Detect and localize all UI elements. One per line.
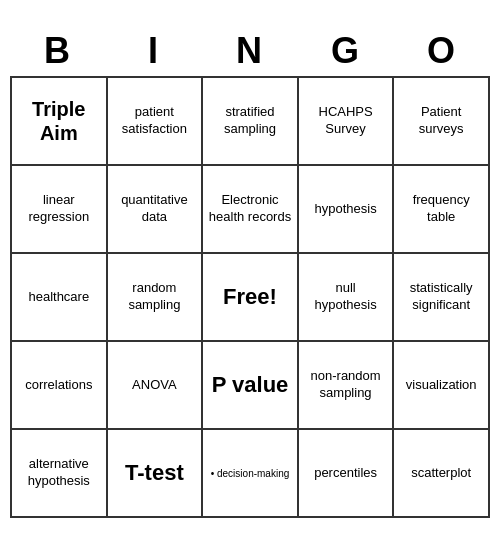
bingo-cell-5[interactable]: linear regression (12, 166, 108, 254)
bingo-header: B I N G O (10, 26, 490, 76)
header-o: O (394, 26, 490, 76)
bingo-cell-10[interactable]: healthcare (12, 254, 108, 342)
bingo-cell-19[interactable]: visualization (394, 342, 490, 430)
bingo-cell-7[interactable]: Electronic health records (203, 166, 299, 254)
bingo-cell-12[interactable]: Free! (203, 254, 299, 342)
bingo-cell-2[interactable]: stratified sampling (203, 78, 299, 166)
bingo-cell-17[interactable]: P value (203, 342, 299, 430)
bingo-cell-23[interactable]: percentiles (299, 430, 395, 518)
bingo-cell-11[interactable]: random sampling (108, 254, 204, 342)
bingo-cell-1[interactable]: patient satisfaction (108, 78, 204, 166)
bingo-cell-8[interactable]: hypothesis (299, 166, 395, 254)
bingo-cell-18[interactable]: non-random sampling (299, 342, 395, 430)
bingo-cell-16[interactable]: ANOVA (108, 342, 204, 430)
bingo-cell-0[interactable]: Triple Aim (12, 78, 108, 166)
header-i: I (106, 26, 202, 76)
header-b: B (10, 26, 106, 76)
bingo-cell-9[interactable]: frequency table (394, 166, 490, 254)
bingo-cell-14[interactable]: statistically significant (394, 254, 490, 342)
header-n: N (202, 26, 298, 76)
bingo-card: B I N G O Triple Aimpatient satisfaction… (10, 26, 490, 518)
bingo-cell-20[interactable]: alternative hypothesis (12, 430, 108, 518)
bingo-cell-13[interactable]: null hypothesis (299, 254, 395, 342)
header-g: G (298, 26, 394, 76)
bingo-cell-6[interactable]: quantitative data (108, 166, 204, 254)
bingo-cell-15[interactable]: correlations (12, 342, 108, 430)
bingo-cell-21[interactable]: T-test (108, 430, 204, 518)
bingo-grid: Triple Aimpatient satisfactionstratified… (10, 76, 490, 518)
bingo-cell-4[interactable]: Patient surveys (394, 78, 490, 166)
bingo-cell-22[interactable]: • decision-making (203, 430, 299, 518)
bingo-cell-3[interactable]: HCAHPS Survey (299, 78, 395, 166)
bingo-cell-24[interactable]: scatterplot (394, 430, 490, 518)
